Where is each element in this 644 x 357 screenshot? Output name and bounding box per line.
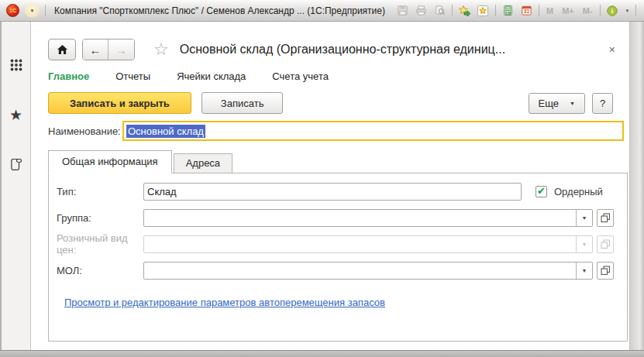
retail-price-open-button	[597, 235, 614, 253]
group-combo-input[interactable]	[144, 210, 576, 226]
link-row: Просмотр и редактирование параметров авт…	[57, 297, 619, 308]
back-icon: ←	[90, 43, 102, 57]
type-label: Тип:	[57, 186, 143, 197]
memory-mplus-button: M+	[560, 6, 576, 15]
memory-mminus-button: M-	[581, 6, 594, 15]
checkmark-icon: ✔	[537, 186, 546, 196]
auto-transfer-link[interactable]: Просмотр и редактирование параметров авт…	[64, 297, 385, 308]
forward-icon: →	[115, 43, 127, 57]
group-label: Группа:	[57, 212, 143, 224]
open-in-window-icon	[600, 265, 611, 276]
divider	[600, 5, 601, 16]
favorite-toggle-star[interactable]: ☆	[153, 41, 169, 58]
divider	[539, 5, 539, 16]
help-button[interactable]: ?	[592, 93, 613, 114]
form-toolbar: Записать и закрыть Записать Еще ▼ ?	[31, 92, 629, 114]
bottom-window-frame	[0, 350, 644, 357]
divider	[45, 5, 46, 16]
group-combo: ▼	[143, 209, 593, 227]
chevron-down-icon: ▼	[570, 101, 575, 106]
save-button[interactable]: Записать	[201, 92, 284, 114]
print-preview-icon	[433, 4, 446, 17]
sidebar: ★	[2, 22, 31, 350]
forward-button: →	[108, 39, 134, 60]
tab-adresa[interactable]: Адреса	[174, 153, 232, 173]
type-input[interactable]	[143, 183, 522, 201]
onec-logo-icon: 1С	[6, 4, 19, 17]
app-window: 1С ▼ Компания "Спорткомплекс Плюс" / Сем…	[0, 0, 644, 357]
name-label: Наименование:	[48, 125, 122, 137]
open-in-window-icon	[600, 239, 611, 250]
right-window-frame	[629, 22, 644, 350]
group-dropdown-button[interactable]: ▼	[576, 210, 592, 226]
history-button[interactable]	[8, 156, 25, 173]
chevron-down-icon: ▼	[582, 215, 587, 221]
retail-price-label: Розничный вид цен:	[57, 232, 143, 256]
name-selected-text: Основной склад	[126, 125, 205, 138]
chevron-down-icon: ▼	[582, 268, 587, 273]
divider	[495, 5, 496, 16]
favorites-icon[interactable]	[477, 4, 490, 17]
home-button[interactable]	[48, 39, 76, 60]
order-checkbox-label: Ордерный	[554, 186, 603, 197]
retail-price-row: Розничный вид цен: ▼	[57, 235, 619, 253]
calendar-icon[interactable]: 31	[520, 4, 533, 17]
more-button[interactable]: Еще ▼	[529, 93, 585, 114]
star-icon: ★	[9, 108, 22, 122]
mol-label: МОЛ:	[57, 265, 143, 276]
print-icon	[415, 4, 428, 17]
window-title: Компания "Спорткомплекс Плюс" / Семенов …	[54, 5, 385, 16]
tab-obshchaya-informatsiya[interactable]: Общая информация	[48, 150, 172, 173]
order-checkbox[interactable]: ✔	[536, 186, 547, 197]
mol-dropdown-button[interactable]: ▼	[576, 263, 592, 279]
form-header: ← → ☆ Основной склад (Организационно-стр…	[31, 39, 629, 60]
memory-m-button: M	[545, 6, 555, 15]
save-icon	[396, 4, 409, 17]
info-button[interactable]: i	[606, 4, 619, 17]
save-and-close-button[interactable]: Записать и закрыть	[48, 92, 191, 114]
svg-text:31: 31	[524, 9, 530, 14]
group-row: Группа: ▼	[57, 208, 619, 227]
main-menu-button[interactable]: ▼	[25, 3, 40, 18]
name-row: Наименование: Основной склад	[31, 121, 629, 141]
retail-price-dropdown-button: ▼	[576, 236, 592, 252]
titlebar: 1С ▼ Компания "Спорткомплекс Плюс" / Сем…	[0, 0, 644, 22]
history-icon	[10, 157, 22, 171]
mol-open-button[interactable]	[597, 262, 614, 280]
back-button[interactable]: ←	[83, 39, 108, 60]
menu-item-scheta-ucheta[interactable]: Счета учета	[272, 70, 329, 82]
home-icon	[57, 44, 68, 55]
general-info-panel: Тип: ✔ Ордерный Группа: ▼	[48, 173, 628, 342]
type-row: Тип: ✔ Ордерный	[57, 182, 619, 201]
menubar: Главное Отчеты Ячейки склада Счета учета	[31, 70, 629, 82]
retail-price-combo-input	[144, 236, 576, 252]
tab-strip: Общая информация Адреса	[31, 150, 629, 173]
more-label: Еще	[539, 98, 559, 109]
mol-combo: ▼	[143, 262, 593, 280]
menu-item-glavnoe[interactable]: Главное	[48, 70, 89, 82]
nav-buttons: ← →	[82, 39, 135, 60]
menu-grid-icon	[9, 58, 23, 72]
menu-item-yacheyki-sklada[interactable]: Ячейки склада	[177, 70, 246, 82]
group-open-button[interactable]	[597, 209, 614, 227]
info-dropdown-icon[interactable]: ▼	[625, 9, 630, 13]
divider	[452, 5, 453, 16]
favorites-star-button[interactable]: ★	[8, 106, 25, 123]
name-input[interactable]: Основной склад	[122, 121, 624, 141]
form-close-button[interactable]: ×	[606, 42, 618, 57]
calculator-icon[interactable]	[501, 4, 515, 17]
mol-combo-input[interactable]	[144, 263, 576, 279]
mol-row: МОЛ: ▼	[57, 261, 619, 280]
retail-price-combo: ▼	[143, 235, 593, 253]
divider	[635, 5, 636, 16]
add-favorite-icon[interactable]	[458, 4, 471, 17]
minimize-button[interactable]: –	[642, 5, 644, 15]
chevron-down-icon: ▼	[582, 242, 587, 247]
form-area: ← → ☆ Основной склад (Организационно-стр…	[31, 22, 629, 350]
chevron-down-icon: ▼	[30, 9, 35, 13]
open-in-window-icon	[600, 212, 611, 224]
menu-grid-button[interactable]	[8, 57, 25, 74]
form-title: Основной склад (Организационно-структурн…	[180, 43, 600, 57]
menu-item-otchety[interactable]: Отчеты	[115, 70, 150, 82]
